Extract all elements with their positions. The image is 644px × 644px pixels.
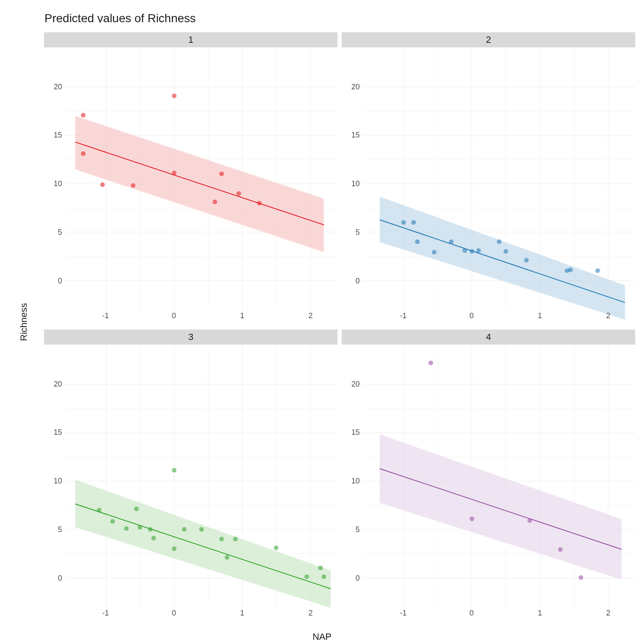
data-point	[470, 517, 474, 521]
y-tick: 5	[58, 525, 62, 534]
x-tick: 0	[470, 312, 474, 320]
facet-strip: 4	[341, 329, 636, 345]
y-tick: 0	[356, 276, 360, 285]
data-point	[124, 526, 129, 531]
y-axis: 05101520	[44, 48, 65, 310]
x-tick: 1	[538, 609, 542, 618]
x-axis: -1012	[341, 607, 636, 623]
plot-panel	[362, 345, 636, 607]
y-axis: 05101520	[341, 345, 362, 607]
y-tick: 0	[58, 574, 62, 582]
data-point	[151, 536, 156, 540]
svg-marker-6	[380, 434, 622, 580]
y-tick: 20	[351, 379, 360, 388]
svg-marker-4	[75, 480, 330, 608]
data-point	[219, 171, 224, 176]
y-tick: 10	[351, 179, 360, 188]
data-point	[100, 182, 105, 187]
plot-panel	[65, 48, 338, 310]
x-tick: -1	[400, 312, 407, 320]
data-point	[236, 191, 241, 196]
data-point	[322, 574, 326, 579]
data-point	[568, 267, 573, 272]
y-tick: 10	[54, 477, 62, 486]
data-point	[476, 248, 481, 253]
data-point	[172, 546, 177, 551]
data-point	[428, 361, 433, 365]
data-point	[225, 555, 229, 560]
data-point	[401, 220, 406, 225]
x-tick: 1	[538, 312, 542, 320]
data-point	[134, 506, 139, 511]
y-tick: 20	[54, 379, 62, 388]
data-point	[213, 200, 217, 204]
facet-strip: 3	[44, 329, 338, 345]
page-title: Predicted values of Richness	[44, 12, 196, 25]
data-point	[558, 547, 563, 552]
facet-3: 305101520-1012	[44, 329, 338, 623]
data-point	[219, 537, 224, 541]
y-tick: 10	[351, 477, 360, 486]
x-tick: 0	[172, 609, 176, 618]
data-point	[415, 239, 420, 244]
x-tick: 2	[606, 609, 610, 618]
y-tick: 15	[54, 428, 62, 437]
y-tick: 15	[54, 131, 62, 140]
y-tick: 10	[54, 179, 62, 188]
x-tick: -1	[102, 609, 109, 618]
data-point	[148, 527, 153, 532]
svg-line-5	[75, 504, 330, 589]
data-point	[595, 268, 600, 273]
data-point	[97, 508, 101, 512]
data-point	[432, 250, 436, 254]
y-tick: 20	[54, 82, 62, 91]
y-tick: 15	[351, 428, 360, 437]
data-point	[318, 566, 323, 570]
data-point	[497, 239, 501, 244]
data-point	[199, 527, 204, 532]
y-axis: 05101520	[44, 345, 65, 607]
facet-strip: 1	[44, 32, 338, 48]
data-point	[81, 113, 86, 117]
y-axis-label: Richness	[18, 303, 29, 341]
data-point	[131, 183, 135, 188]
chart-container: Predicted values of Richness Richness NA…	[0, 0, 644, 644]
x-tick: 1	[240, 609, 244, 618]
x-tick: 1	[240, 312, 244, 320]
y-tick: 0	[356, 574, 360, 582]
y-tick: 5	[58, 228, 62, 236]
facet-grid: 105101520-1012205101520-1012305101520-10…	[44, 32, 636, 623]
data-point	[470, 249, 474, 254]
data-point	[182, 527, 187, 532]
data-point	[172, 468, 177, 473]
data-point	[233, 537, 238, 541]
y-tick: 0	[58, 276, 62, 285]
x-axis: -1012	[341, 310, 636, 326]
y-axis: 05101520	[341, 48, 362, 310]
data-point	[504, 249, 508, 254]
data-point	[274, 545, 278, 550]
facet-4: 405101520-1012	[341, 329, 636, 623]
y-tick: 15	[351, 131, 360, 140]
plot-panel	[65, 345, 338, 607]
x-tick: 2	[309, 312, 313, 320]
y-tick: 5	[356, 525, 360, 534]
x-tick: -1	[400, 609, 407, 618]
x-tick: -1	[102, 312, 109, 320]
data-point	[172, 171, 177, 175]
data-point	[449, 239, 454, 244]
x-tick: 2	[606, 312, 610, 320]
y-tick: 5	[356, 228, 360, 236]
data-point	[462, 248, 467, 253]
data-point	[81, 151, 86, 156]
data-point	[110, 519, 115, 524]
data-point	[527, 518, 532, 523]
y-tick: 20	[351, 82, 360, 91]
facet-1: 105101520-1012	[44, 32, 338, 326]
facet-2: 205101520-1012	[341, 32, 636, 326]
data-point	[579, 575, 583, 580]
svg-marker-2	[380, 197, 625, 320]
plot-panel	[362, 48, 636, 310]
x-axis: -1012	[44, 310, 338, 326]
facet-strip: 2	[341, 32, 636, 48]
